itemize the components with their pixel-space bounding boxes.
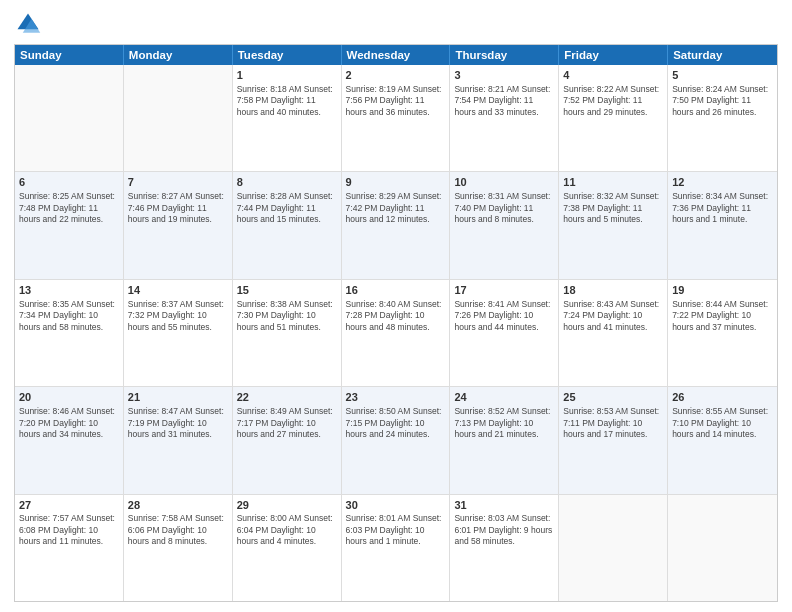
header-day-saturday: Saturday [668,45,777,65]
day-cell-30: 30Sunrise: 8:01 AM Sunset: 6:03 PM Dayli… [342,495,451,601]
cell-info: Sunrise: 8:19 AM Sunset: 7:56 PM Dayligh… [346,84,446,118]
week-row-2: 6Sunrise: 8:25 AM Sunset: 7:48 PM Daylig… [15,171,777,278]
day-cell-7: 7Sunrise: 8:27 AM Sunset: 7:46 PM Daylig… [124,172,233,278]
cell-info: Sunrise: 8:55 AM Sunset: 7:10 PM Dayligh… [672,406,773,440]
day-cell-3: 3Sunrise: 8:21 AM Sunset: 7:54 PM Daylig… [450,65,559,171]
cell-info: Sunrise: 8:22 AM Sunset: 7:52 PM Dayligh… [563,84,663,118]
logo [14,10,46,38]
day-number: 11 [563,175,663,190]
day-number: 22 [237,390,337,405]
cell-info: Sunrise: 8:29 AM Sunset: 7:42 PM Dayligh… [346,191,446,225]
cell-info: Sunrise: 8:50 AM Sunset: 7:15 PM Dayligh… [346,406,446,440]
cell-info: Sunrise: 8:24 AM Sunset: 7:50 PM Dayligh… [672,84,773,118]
day-number: 7 [128,175,228,190]
empty-cell [124,65,233,171]
cell-info: Sunrise: 8:28 AM Sunset: 7:44 PM Dayligh… [237,191,337,225]
day-number: 26 [672,390,773,405]
day-number: 6 [19,175,119,190]
day-number: 1 [237,68,337,83]
cell-info: Sunrise: 8:32 AM Sunset: 7:38 PM Dayligh… [563,191,663,225]
day-cell-26: 26Sunrise: 8:55 AM Sunset: 7:10 PM Dayli… [668,387,777,493]
day-cell-21: 21Sunrise: 8:47 AM Sunset: 7:19 PM Dayli… [124,387,233,493]
cell-info: Sunrise: 7:58 AM Sunset: 6:06 PM Dayligh… [128,513,228,547]
cell-info: Sunrise: 8:21 AM Sunset: 7:54 PM Dayligh… [454,84,554,118]
cell-info: Sunrise: 8:44 AM Sunset: 7:22 PM Dayligh… [672,299,773,333]
logo-icon [14,10,42,38]
day-cell-12: 12Sunrise: 8:34 AM Sunset: 7:36 PM Dayli… [668,172,777,278]
day-cell-8: 8Sunrise: 8:28 AM Sunset: 7:44 PM Daylig… [233,172,342,278]
day-cell-29: 29Sunrise: 8:00 AM Sunset: 6:04 PM Dayli… [233,495,342,601]
day-number: 17 [454,283,554,298]
day-number: 3 [454,68,554,83]
day-cell-2: 2Sunrise: 8:19 AM Sunset: 7:56 PM Daylig… [342,65,451,171]
cell-info: Sunrise: 8:41 AM Sunset: 7:26 PM Dayligh… [454,299,554,333]
cell-info: Sunrise: 8:27 AM Sunset: 7:46 PM Dayligh… [128,191,228,225]
cell-info: Sunrise: 8:49 AM Sunset: 7:17 PM Dayligh… [237,406,337,440]
day-cell-27: 27Sunrise: 7:57 AM Sunset: 6:08 PM Dayli… [15,495,124,601]
day-number: 19 [672,283,773,298]
cell-info: Sunrise: 8:00 AM Sunset: 6:04 PM Dayligh… [237,513,337,547]
cell-info: Sunrise: 8:38 AM Sunset: 7:30 PM Dayligh… [237,299,337,333]
cell-info: Sunrise: 8:01 AM Sunset: 6:03 PM Dayligh… [346,513,446,547]
day-number: 15 [237,283,337,298]
cell-info: Sunrise: 7:57 AM Sunset: 6:08 PM Dayligh… [19,513,119,547]
day-number: 27 [19,498,119,513]
day-number: 9 [346,175,446,190]
day-number: 28 [128,498,228,513]
day-cell-17: 17Sunrise: 8:41 AM Sunset: 7:26 PM Dayli… [450,280,559,386]
cell-info: Sunrise: 8:53 AM Sunset: 7:11 PM Dayligh… [563,406,663,440]
empty-cell [15,65,124,171]
day-cell-20: 20Sunrise: 8:46 AM Sunset: 7:20 PM Dayli… [15,387,124,493]
day-cell-11: 11Sunrise: 8:32 AM Sunset: 7:38 PM Dayli… [559,172,668,278]
day-number: 31 [454,498,554,513]
day-cell-14: 14Sunrise: 8:37 AM Sunset: 7:32 PM Dayli… [124,280,233,386]
header-day-sunday: Sunday [15,45,124,65]
cell-info: Sunrise: 8:47 AM Sunset: 7:19 PM Dayligh… [128,406,228,440]
cell-info: Sunrise: 8:35 AM Sunset: 7:34 PM Dayligh… [19,299,119,333]
header-day-thursday: Thursday [450,45,559,65]
empty-cell [559,495,668,601]
day-cell-6: 6Sunrise: 8:25 AM Sunset: 7:48 PM Daylig… [15,172,124,278]
day-cell-15: 15Sunrise: 8:38 AM Sunset: 7:30 PM Dayli… [233,280,342,386]
week-row-1: 1Sunrise: 8:18 AM Sunset: 7:58 PM Daylig… [15,65,777,171]
header-day-friday: Friday [559,45,668,65]
day-cell-22: 22Sunrise: 8:49 AM Sunset: 7:17 PM Dayli… [233,387,342,493]
cell-info: Sunrise: 8:31 AM Sunset: 7:40 PM Dayligh… [454,191,554,225]
day-cell-23: 23Sunrise: 8:50 AM Sunset: 7:15 PM Dayli… [342,387,451,493]
cell-info: Sunrise: 8:18 AM Sunset: 7:58 PM Dayligh… [237,84,337,118]
day-number: 24 [454,390,554,405]
day-cell-28: 28Sunrise: 7:58 AM Sunset: 6:06 PM Dayli… [124,495,233,601]
day-number: 18 [563,283,663,298]
day-cell-13: 13Sunrise: 8:35 AM Sunset: 7:34 PM Dayli… [15,280,124,386]
day-cell-10: 10Sunrise: 8:31 AM Sunset: 7:40 PM Dayli… [450,172,559,278]
day-number: 29 [237,498,337,513]
day-number: 8 [237,175,337,190]
day-cell-16: 16Sunrise: 8:40 AM Sunset: 7:28 PM Dayli… [342,280,451,386]
cell-info: Sunrise: 8:37 AM Sunset: 7:32 PM Dayligh… [128,299,228,333]
calendar-body: 1Sunrise: 8:18 AM Sunset: 7:58 PM Daylig… [15,65,777,601]
day-number: 2 [346,68,446,83]
empty-cell [668,495,777,601]
cell-info: Sunrise: 8:52 AM Sunset: 7:13 PM Dayligh… [454,406,554,440]
day-cell-19: 19Sunrise: 8:44 AM Sunset: 7:22 PM Dayli… [668,280,777,386]
cell-info: Sunrise: 8:40 AM Sunset: 7:28 PM Dayligh… [346,299,446,333]
day-number: 25 [563,390,663,405]
day-number: 10 [454,175,554,190]
day-cell-1: 1Sunrise: 8:18 AM Sunset: 7:58 PM Daylig… [233,65,342,171]
day-number: 12 [672,175,773,190]
day-number: 14 [128,283,228,298]
week-row-4: 20Sunrise: 8:46 AM Sunset: 7:20 PM Dayli… [15,386,777,493]
day-cell-4: 4Sunrise: 8:22 AM Sunset: 7:52 PM Daylig… [559,65,668,171]
header [14,10,778,38]
day-number: 4 [563,68,663,83]
header-day-tuesday: Tuesday [233,45,342,65]
calendar-header: SundayMondayTuesdayWednesdayThursdayFrid… [15,45,777,65]
day-number: 23 [346,390,446,405]
calendar: SundayMondayTuesdayWednesdayThursdayFrid… [14,44,778,602]
cell-info: Sunrise: 8:03 AM Sunset: 6:01 PM Dayligh… [454,513,554,547]
day-number: 21 [128,390,228,405]
day-number: 16 [346,283,446,298]
cell-info: Sunrise: 8:34 AM Sunset: 7:36 PM Dayligh… [672,191,773,225]
cell-info: Sunrise: 8:25 AM Sunset: 7:48 PM Dayligh… [19,191,119,225]
week-row-3: 13Sunrise: 8:35 AM Sunset: 7:34 PM Dayli… [15,279,777,386]
